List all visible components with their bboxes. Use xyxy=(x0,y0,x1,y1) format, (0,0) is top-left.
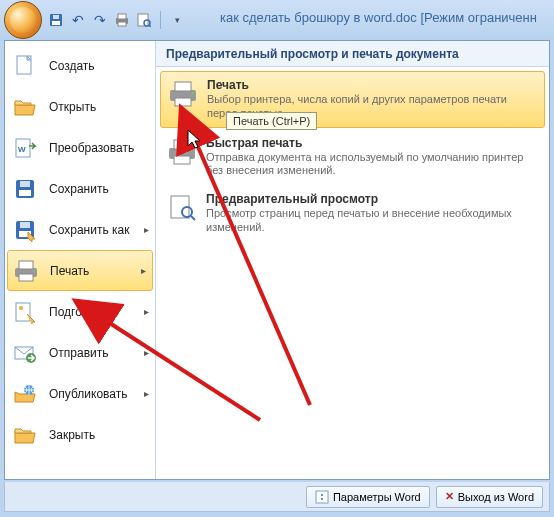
menu-item-open[interactable]: Открыть xyxy=(5,86,155,127)
svg-rect-14 xyxy=(20,181,30,187)
menu-item-send[interactable]: Отправить ▸ xyxy=(5,332,155,373)
svg-point-23 xyxy=(19,306,23,310)
office-menu: Создать Открыть W Преобразовать Сохранит… xyxy=(4,40,550,480)
submenu-arrow-icon: ▸ xyxy=(144,306,149,317)
svg-point-39 xyxy=(321,498,323,500)
svg-point-30 xyxy=(192,92,194,94)
svg-rect-29 xyxy=(175,98,191,106)
cmd-title: Быстрая печать xyxy=(206,136,539,150)
undo-icon[interactable]: ↶ xyxy=(70,12,86,28)
redo-icon[interactable]: ↷ xyxy=(92,12,108,28)
title-bar: ↶ ↷ ▾ как сделать брошюру в word.doc [Ре… xyxy=(0,0,554,40)
svg-line-8 xyxy=(149,25,151,27)
publish-icon xyxy=(11,381,39,407)
submenu-arrow-icon: ▸ xyxy=(144,388,149,399)
tooltip: Печать (Ctrl+P) xyxy=(226,112,317,130)
svg-rect-37 xyxy=(316,491,328,503)
open-icon xyxy=(11,94,39,120)
svg-rect-19 xyxy=(19,261,33,269)
close-icon xyxy=(11,422,39,448)
button-label: Параметры Word xyxy=(333,491,421,503)
svg-rect-33 xyxy=(174,156,190,164)
svg-rect-28 xyxy=(175,82,191,91)
svg-point-21 xyxy=(33,270,35,272)
svg-rect-20 xyxy=(19,274,33,281)
menu-item-new[interactable]: Создать xyxy=(5,45,155,86)
save-icon[interactable] xyxy=(48,12,64,28)
menu-label: Открыть xyxy=(49,100,96,114)
button-label: Выход из Word xyxy=(458,491,534,503)
cmd-title: Предварительный просмотр xyxy=(206,192,539,206)
quick-print-icon xyxy=(166,136,198,168)
send-icon xyxy=(11,340,39,366)
window-title: как сделать брошюру в word.doc [Режим ог… xyxy=(220,10,537,25)
svg-rect-22 xyxy=(16,303,30,321)
exit-icon: ✕ xyxy=(445,490,454,503)
svg-line-36 xyxy=(191,216,195,220)
preview-icon xyxy=(166,192,198,224)
panel-header: Предварительный просмотр и печать докуме… xyxy=(156,41,549,67)
submenu-arrow-icon: ▸ xyxy=(144,347,149,358)
print-preview-icon[interactable] xyxy=(136,12,152,28)
print-icon xyxy=(167,78,199,110)
word-options-button[interactable]: Параметры Word xyxy=(306,486,430,508)
menu-left-column: Создать Открыть W Преобразовать Сохранит… xyxy=(5,41,156,479)
menu-footer: Параметры Word ✕ Выход из Word xyxy=(4,482,550,512)
menu-label: Сохранить xyxy=(49,182,109,196)
cmd-desc: Просмотр страниц перед печатью и внесени… xyxy=(206,207,539,235)
menu-label: Отправить xyxy=(49,346,109,360)
convert-icon: W xyxy=(11,135,39,161)
menu-item-publish[interactable]: Опубликовать ▸ xyxy=(5,373,155,414)
menu-label: Подготовить xyxy=(49,305,118,319)
save-as-icon xyxy=(11,217,39,243)
svg-rect-13 xyxy=(19,190,31,196)
svg-rect-17 xyxy=(20,222,30,228)
svg-rect-5 xyxy=(118,22,126,26)
print-icon xyxy=(12,258,40,284)
quick-access-toolbar: ↶ ↷ ▾ xyxy=(48,11,185,29)
prepare-icon xyxy=(11,299,39,325)
quick-print-icon[interactable] xyxy=(114,12,130,28)
menu-item-prepare[interactable]: Подготовить ▸ xyxy=(5,291,155,332)
menu-item-save[interactable]: Сохранить xyxy=(5,168,155,209)
office-button[interactable] xyxy=(4,1,42,39)
menu-item-print[interactable]: Печать ▸ xyxy=(7,250,153,291)
svg-rect-4 xyxy=(118,14,126,19)
menu-label: Создать xyxy=(49,59,95,73)
new-icon xyxy=(11,53,39,79)
menu-label: Сохранить как xyxy=(49,223,129,237)
menu-label: Преобразовать xyxy=(49,141,134,155)
menu-right-panel: Предварительный просмотр и печать докуме… xyxy=(156,41,549,479)
save-icon xyxy=(11,176,39,202)
qat-separator xyxy=(160,11,161,29)
svg-point-38 xyxy=(321,494,323,496)
cmd-title: Печать xyxy=(207,78,538,92)
cmd-quick-print[interactable]: Быстрая печать Отправка документа на исп… xyxy=(160,130,545,185)
menu-label: Закрыть xyxy=(49,428,95,442)
cmd-print[interactable]: Печать Выбор принтера, числа копий и дру… xyxy=(160,71,545,128)
svg-rect-1 xyxy=(52,21,60,25)
qat-dropdown-icon[interactable]: ▾ xyxy=(169,12,185,28)
menu-item-save-as[interactable]: Сохранить как ▸ xyxy=(5,209,155,250)
submenu-arrow-icon: ▸ xyxy=(144,224,149,235)
menu-item-close[interactable]: Закрыть xyxy=(5,414,155,455)
options-icon xyxy=(315,490,329,504)
submenu-arrow-icon: ▸ xyxy=(141,265,146,276)
menu-label: Опубликовать xyxy=(49,387,127,401)
menu-label: Печать xyxy=(50,264,89,278)
panel-body: Печать Выбор принтера, числа копий и дру… xyxy=(156,67,549,479)
cmd-desc: Отправка документа на используемый по ум… xyxy=(206,151,539,179)
cmd-preview[interactable]: Предварительный просмотр Просмотр страни… xyxy=(160,186,545,241)
exit-word-button[interactable]: ✕ Выход из Word xyxy=(436,486,543,508)
menu-item-convert[interactable]: W Преобразовать xyxy=(5,127,155,168)
svg-text:W: W xyxy=(18,145,26,154)
svg-rect-2 xyxy=(53,15,59,19)
